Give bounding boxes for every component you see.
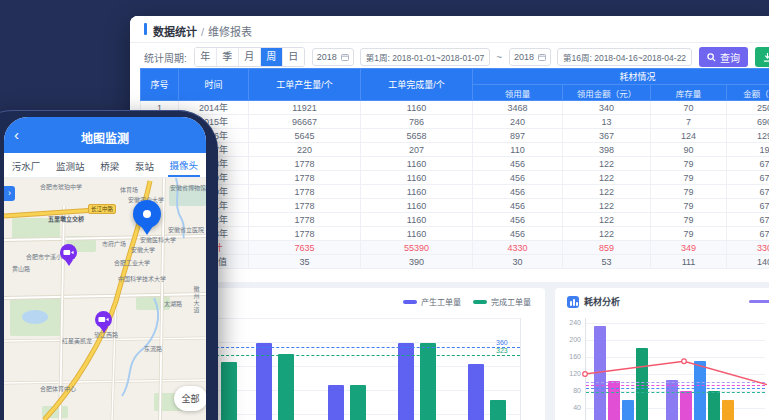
total-row: 合计7635553904330859349330 [141, 241, 769, 255]
week-start-input[interactable]: 第1周: 2018-01-01~2018-01-07 [360, 48, 490, 66]
phone-screen: ‹ 地图监测 污水厂监测站桥梁泵站摄像头 [4, 117, 206, 420]
table-cell: 35 [249, 255, 361, 269]
map-label: 太湖路 [164, 299, 182, 308]
bar-created [328, 385, 344, 420]
phone-page-title: 地图监测 [4, 129, 206, 146]
table-cell: 1778 [249, 171, 361, 185]
table-cell: 122 [563, 171, 651, 185]
table-cell: 110 [473, 143, 563, 157]
map-label: 红星美凯龙 [62, 336, 92, 345]
chart-gridline [196, 342, 520, 343]
query-button[interactable]: 查询 [699, 47, 748, 67]
line-series [555, 288, 769, 420]
table-cell: 79 [651, 185, 727, 199]
road-badge: 长江中路 [88, 204, 116, 214]
table-cell: 53 [563, 255, 651, 269]
map-label: 合肥市琥珀中学 [40, 182, 82, 191]
table-cell: 67 [727, 185, 769, 199]
export-excel-button[interactable]: 导出Excel [755, 47, 769, 67]
map-label: 中国科学技术大学 [118, 274, 166, 283]
camera-marker[interactable] [95, 311, 113, 335]
table-row[interactable]: 72020年177811604561227967 [141, 185, 769, 199]
table-cell: 367 [563, 129, 651, 143]
table-row[interactable]: 32016年56455658897367124129 [141, 129, 769, 143]
year-start-select[interactable]: 2018 [312, 48, 354, 66]
table-cell: 19 [727, 143, 769, 157]
tab-泵站[interactable]: 泵站 [133, 154, 156, 176]
table-cell: 67 [727, 213, 769, 227]
table-row[interactable]: 12014年119211160346834070250 [141, 101, 769, 115]
map-expander-button[interactable]: › [4, 186, 15, 201]
table-row[interactable]: 22015年96667786240137690 [141, 115, 769, 129]
table-row[interactable]: 102023年177811604561227967 [141, 227, 769, 241]
table-cell: 5658 [361, 129, 473, 143]
period-option-季[interactable]: 季 [217, 48, 239, 66]
tab-摄像头[interactable]: 摄像头 [168, 153, 201, 177]
table-cell: 1160 [361, 185, 473, 199]
table-cell: 456 [473, 185, 563, 199]
period-option-周[interactable]: 周 [261, 48, 283, 66]
table-cell: 690 [727, 115, 769, 129]
reference-line-label: 323 [496, 347, 508, 354]
table-cell: 67 [727, 157, 769, 171]
sub-col-1: 领用量 [473, 85, 563, 101]
tab-桥梁[interactable]: 桥梁 [98, 154, 121, 176]
table-cell: 122 [563, 157, 651, 171]
table-row[interactable]: 62019年177811604561227967 [141, 171, 769, 185]
map-label: 安徽省立医院 [168, 225, 204, 234]
camera-marker[interactable] [60, 244, 78, 268]
table-cell: 859 [563, 241, 651, 255]
period-option-日[interactable]: 日 [283, 48, 304, 66]
dashboard-card: 数据统计/维修报表 统计周期: 年季月周日 2018 第1周: 2018-01-… [130, 16, 769, 420]
download-icon [763, 53, 769, 62]
table-cell: 456 [473, 199, 563, 213]
mixed-chart-plot: 2402001601208040 [555, 288, 769, 420]
table-cell: 129 [727, 129, 769, 143]
table-cell: 1160 [361, 199, 473, 213]
map-label: 东流路 [144, 344, 162, 353]
filter-toolbar: 统计周期: 年季月周日 2018 第1周: 2018-01-01~2018-01… [144, 46, 769, 68]
table-cell: 122 [563, 199, 651, 213]
tab-污水厂[interactable]: 污水厂 [10, 154, 43, 176]
table-cell: 390 [361, 255, 473, 269]
plot-right-border [520, 318, 521, 420]
period-option-月[interactable]: 月 [239, 48, 261, 66]
phone-header: ‹ 地图监测 [4, 117, 206, 153]
table-cell: 786 [361, 115, 473, 129]
map-label: 安徽大学 [131, 245, 155, 254]
week-end-input[interactable]: 第16周: 2018-04-16~2018-04-22 [557, 48, 692, 66]
table-row[interactable]: 42017年2202071103989019 [141, 143, 769, 157]
sub-col-2: 领用金额（元） [563, 85, 651, 101]
table-row[interactable]: 52018年177811604561227967 [141, 157, 769, 171]
phone-tab-bar: 污水厂监测站桥梁泵站摄像头 [4, 153, 206, 178]
selected-location-pin[interactable] [133, 200, 163, 242]
table-cell: 1778 [249, 185, 361, 199]
table-cell: 70 [651, 101, 727, 115]
map-label: 合肥工业大学 [114, 258, 150, 267]
table-cell: 79 [651, 199, 727, 213]
table-cell: 330 [727, 241, 769, 255]
table-cell: 220 [249, 143, 361, 157]
table-cell: 30 [473, 255, 563, 269]
col-header-index: 序号 [141, 69, 179, 101]
year-end-value: 2018 [514, 52, 534, 62]
chart-gridline [196, 318, 520, 319]
year-end-select[interactable]: 2018 [509, 48, 551, 66]
show-all-button[interactable]: 全部 [174, 386, 206, 411]
average-row: 平均值353903053111140 [141, 255, 769, 269]
calendar-icon [341, 53, 349, 61]
table-cell: 456 [473, 157, 563, 171]
screenshot-root: 数据统计/维修报表 统计周期: 年季月周日 2018 第1周: 2018-01-… [0, 0, 769, 420]
table-row[interactable]: 92022年177811604561227967 [141, 213, 769, 227]
table-row[interactable]: 82021年177811604561227967 [141, 199, 769, 213]
bar-completed [221, 362, 237, 420]
tab-监测站[interactable]: 监测站 [54, 154, 87, 176]
period-option-年[interactable]: 年 [195, 48, 217, 66]
period-segmented-control: 年季月周日 [194, 47, 305, 67]
breadcrumb-section[interactable]: 数据统计 [153, 26, 197, 38]
table-cell: 96667 [249, 115, 361, 129]
table-cell: 3468 [473, 101, 563, 115]
table-cell: 1160 [361, 227, 473, 241]
map-view[interactable]: 长江中路 合肥市琥珀中学体育场安徽农业大学安徽省博物馆五里墩立交桥安徽医科大学安… [4, 178, 206, 420]
table-cell: 456 [473, 171, 563, 185]
